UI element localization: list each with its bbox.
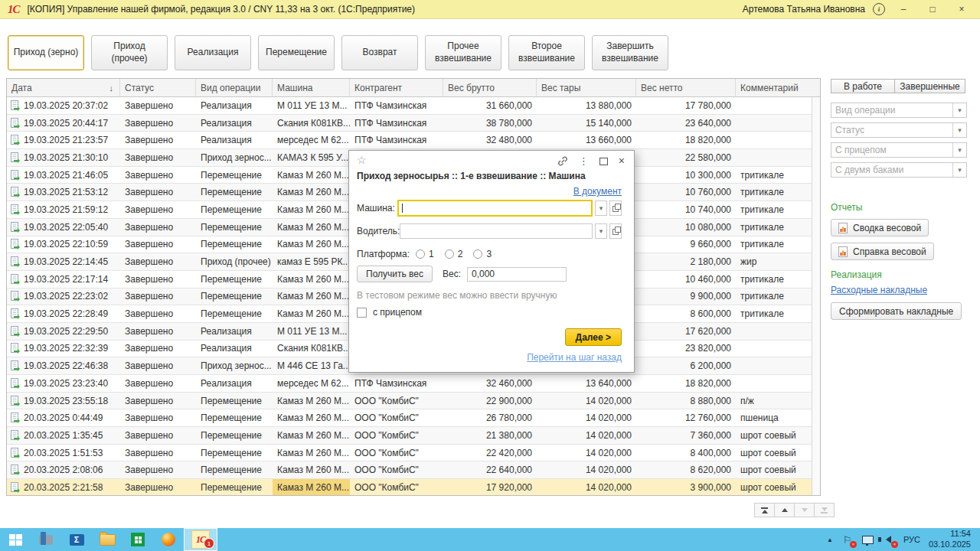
list-mode-tab[interactable]: Завершенные [894,79,965,93]
action-center-flag-icon[interactable]: ⚐ × [841,533,854,546]
column-header-operation[interactable]: Вид операции [196,79,273,96]
next-row-button[interactable] [794,503,815,517]
restore-button[interactable]: □ [922,2,943,17]
machine-choose-icon[interactable] [609,201,622,216]
network-icon[interactable] [862,533,874,546]
clock[interactable]: 11:54 03.10.2025 [929,529,971,550]
driver-dropdown-icon[interactable]: ▾ [595,223,607,239]
open-document-link[interactable]: В документ [573,186,622,197]
trailer-checkbox[interactable] [357,308,367,318]
step-back-link[interactable]: Перейти на шаг назад [527,352,622,363]
report-button[interactable]: Справка весовой [831,243,934,260]
document-with-arrow-icon [10,360,20,371]
platform-radio-3[interactable] [473,249,482,259]
cell-date: 19.03.2025 20:37:02 [7,97,120,114]
previous-row-button[interactable] [774,503,795,517]
store-button[interactable] [122,528,153,551]
table-scrollbar[interactable] [812,97,820,495]
generate-invoices-button[interactable]: Сформировать накладные [831,302,962,320]
minimize-button[interactable]: – [893,2,914,17]
list-mode-tab[interactable]: В работе [831,79,895,93]
table-row[interactable]: 19.03.2025 23:55:18 Завершено Перемещени… [7,393,812,410]
cell-status: Завершено [120,115,196,132]
cell-date: 20.03.2025 2:21:58 [7,479,120,495]
powershell-button[interactable]: Σ [61,528,92,551]
platform-label: Платформа: [357,249,410,259]
weight-input[interactable]: 0,000 [467,267,567,282]
table-row[interactable]: 19.03.2025 20:44:17 Завершено Реализация… [7,115,812,132]
firefox-button[interactable] [153,528,184,551]
operation-button[interactable]: Приход (прочее) [91,35,168,70]
operation-button[interactable]: Реализация [175,35,251,70]
column-header-status[interactable]: Статус [120,79,196,96]
filter-dropdown[interactable]: Вид операции ▾ [831,103,967,118]
platform-option-2-label: 2 [458,249,463,259]
cell-vehicle: Камаз М 260 М... [273,409,350,426]
row-date: 19.03.2025 22:46:38 [24,360,108,371]
operation-button[interactable]: Возврат [341,35,418,70]
filter-dropdown[interactable]: С прицепом ▾ [831,142,967,158]
get-weight-button[interactable]: Получить вес [357,266,433,282]
server-manager-button[interactable] [31,528,61,551]
chevron-down-icon[interactable]: ▾ [952,103,966,117]
chevron-down-icon[interactable]: ▾ [952,143,966,157]
driver-choose-icon[interactable] [609,223,622,239]
cell-tare-weight: 14 020,000 [537,427,636,444]
table-row[interactable]: 19.03.2025 23:23:40 Завершено Реализация… [7,375,812,393]
more-actions-icon[interactable]: ⋮ [579,155,589,167]
table-row[interactable]: 19.03.2025 21:23:57 Завершено Реализация… [7,132,812,149]
chevron-down-icon[interactable]: ▾ [952,123,966,137]
volume-icon[interactable]: × [883,533,895,546]
operation-button[interactable]: Второе взвешивание [508,35,585,70]
column-header-gross-weight[interactable]: Вес брутто [443,79,537,96]
row-date: 20.03.2025 2:21:58 [24,482,103,493]
expense-invoices-link[interactable]: Расходные накладные [831,285,927,295]
next-button[interactable]: Далее > [565,328,622,346]
column-header-vehicle[interactable]: Машина [273,79,350,96]
table-row[interactable]: 20.03.2025 2:21:58 Завершено Перемещение… [7,479,812,495]
cell-status: Завершено [120,219,196,236]
table-row[interactable]: 20.03.2025 1:35:45 Завершено Перемещение… [7,427,812,445]
1c-enterprise-taskbar-button[interactable]: 1С 1 [184,528,217,551]
column-header-tare-weight[interactable]: Вес тары [537,79,636,96]
dialog-maximize-icon[interactable] [599,158,608,165]
filter-dropdown[interactable]: Статус ▾ [831,122,967,138]
report-button[interactable]: Сводка весовой [831,219,929,236]
table-row[interactable]: 20.03.2025 0:44:49 Завершено Перемещение… [7,409,812,427]
list-mode-tabs: В работеЗавершенные [831,79,967,93]
start-button[interactable] [0,528,31,551]
table-row[interactable]: 20.03.2025 2:08:06 Завершено Перемещение… [7,461,812,479]
info-icon[interactable]: i [873,3,885,15]
platform-radio-2[interactable] [445,249,454,259]
chevron-down-icon[interactable]: ▾ [952,163,966,177]
operation-button[interactable]: Прочее взвешивание [425,35,501,70]
table-row[interactable]: 19.03.2025 20:37:02 Завершено Реализация… [7,97,812,115]
column-header-date[interactable]: Дата ↓ [7,79,120,96]
favorite-star-icon[interactable]: ☆ [357,154,367,166]
dialog-close-icon[interactable]: × [619,155,625,167]
language-indicator[interactable]: РУС [903,535,920,544]
tray-expand-icon[interactable]: ▲ [827,536,833,543]
filter-dropdown[interactable]: С двумя баками ▾ [831,162,967,178]
column-header-comment[interactable]: Комментарий [736,79,820,96]
go-to-last-row-button[interactable] [814,503,835,517]
driver-input[interactable] [400,223,593,239]
table-row[interactable]: 20.03.2025 1:51:53 Завершено Перемещение… [7,445,812,462]
get-link-icon[interactable] [557,156,568,166]
row-date: 20.03.2025 1:51:53 [24,448,103,458]
close-button[interactable]: × [951,2,972,17]
file-explorer-button[interactable] [92,528,122,551]
cell-status: Завершено [120,132,196,148]
column-header-net-weight[interactable]: Вес нетто [636,79,736,96]
operation-button[interactable]: Приход (зерно) [8,35,84,70]
machine-input[interactable] [397,200,593,217]
driver-field-row: Водитель: ▾ [357,223,622,239]
column-header-counterparty[interactable]: Контрагент [350,79,443,96]
machine-dropdown-icon[interactable]: ▾ [595,201,607,216]
cell-date: 19.03.2025 21:30:10 [7,149,120,166]
window-title: [КОПИЯ] Управление нашей фирмой, редакци… [28,4,416,15]
platform-radio-1[interactable] [416,249,425,259]
operation-button[interactable]: Завершить взвешивание [592,35,668,70]
go-to-first-row-button[interactable] [754,503,775,517]
operation-button[interactable]: Перемещение [258,35,335,70]
